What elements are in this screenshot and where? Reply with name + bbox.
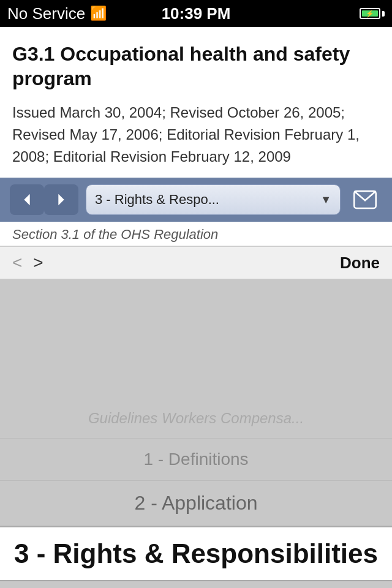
status-bar: No Service 📶 10:39 PM ⚡ bbox=[0, 0, 392, 27]
picker-item[interactable]: 4 - General Conditions bbox=[0, 581, 392, 589]
section-dropdown[interactable]: 3 - Rights & Respo... ▼ bbox=[86, 184, 341, 215]
document-meta: Issued March 30, 2004; Revised October 2… bbox=[12, 102, 380, 168]
svg-marker-1 bbox=[58, 194, 64, 206]
battery-bolt: ⚡ bbox=[366, 10, 374, 18]
status-left: No Service 📶 bbox=[7, 4, 107, 23]
document-content: G3.1 Occupational health and safety prog… bbox=[0, 27, 392, 178]
svg-marker-0 bbox=[24, 194, 29, 206]
back-button[interactable] bbox=[10, 184, 44, 215]
wifi-icon: 📶 bbox=[90, 6, 107, 21]
forward-icon bbox=[53, 191, 70, 208]
picker-list: Guidelines Workers Compensa...1 - Defini… bbox=[0, 399, 392, 589]
mail-icon bbox=[353, 190, 377, 209]
forward-button[interactable] bbox=[44, 184, 78, 215]
battery-body: ⚡ bbox=[360, 8, 380, 19]
battery: ⚡ bbox=[360, 8, 385, 19]
status-time: 10:39 PM bbox=[162, 4, 231, 23]
browser-nav: < > Done bbox=[0, 246, 392, 279]
picker-item[interactable]: 3 - Rights & Responsibilities bbox=[0, 526, 392, 581]
partial-text-content: Section 3.1 of the OHS Regulation bbox=[12, 227, 218, 242]
picker-item[interactable]: 2 - Application bbox=[0, 481, 392, 526]
nav-toolbar: 3 - Rights & Respo... ▼ bbox=[0, 178, 392, 222]
browser-back-button[interactable]: < bbox=[12, 253, 33, 273]
done-button[interactable]: Done bbox=[340, 254, 380, 273]
section-dropdown-label: 3 - Rights & Respo... bbox=[95, 192, 219, 208]
mail-button[interactable] bbox=[348, 184, 382, 215]
battery-tip bbox=[382, 11, 385, 17]
partial-section-text: Section 3.1 of the OHS Regulation bbox=[0, 222, 392, 246]
picker-item[interactable]: Guidelines Workers Compensa... bbox=[0, 399, 392, 439]
picker-overlay: Guidelines Workers Compensa...1 - Defini… bbox=[0, 279, 392, 588]
picker-item[interactable]: 1 - Definitions bbox=[0, 439, 392, 481]
document-title: G3.1 Occupational health and safety prog… bbox=[12, 42, 380, 91]
dropdown-arrow-icon: ▼ bbox=[320, 194, 331, 206]
signal-text: No Service bbox=[7, 4, 85, 23]
status-right: ⚡ bbox=[360, 8, 385, 19]
browser-forward-button[interactable]: > bbox=[33, 253, 54, 273]
back-icon bbox=[18, 191, 36, 208]
